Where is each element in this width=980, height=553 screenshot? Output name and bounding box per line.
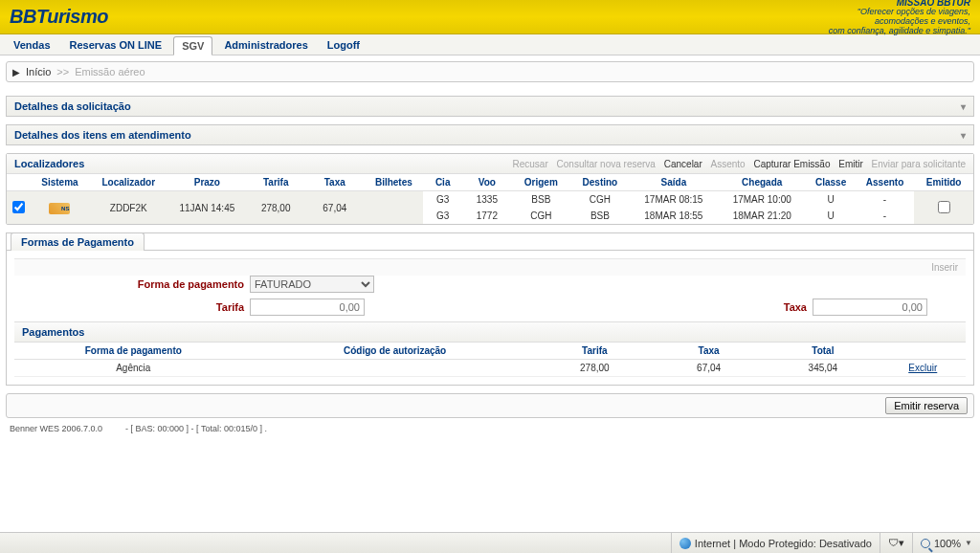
col-cia: Cia (423, 174, 462, 191)
label-forma-pagamento: Forma de pagamento (53, 278, 244, 290)
pagamento-row: Agência 278,00 67,04 345,04 Excluir (14, 360, 966, 377)
action-cancelar[interactable]: Cancelar (664, 159, 702, 169)
cell-tarifa: 278,00 (246, 191, 305, 225)
panel-detalhes-solicitacao-title: Detalhes da solicitação (14, 100, 131, 112)
col-classe: Classe (806, 174, 855, 191)
input-taxa[interactable] (813, 299, 927, 316)
app-header: BBTurismo MISSÃO BBTUR "Oferecer opções … (0, 0, 980, 34)
localizadores-table: Sistema Localizador Prazo Tarifa Taxa Bi… (7, 174, 973, 224)
logo: BBTurismo (10, 6, 108, 28)
col-check (7, 174, 31, 191)
app-footer: Benner WES 2006.7.0.0 - [ BAS: 00:000 ] … (6, 422, 974, 435)
pagamentos-table: Forma de pagamento Código de autorização… (14, 343, 966, 377)
action-consultar: Consultar nova reserva (557, 159, 656, 169)
cell-taxa: 67,04 (652, 360, 766, 377)
emitido-checkbox[interactable] (938, 201, 950, 213)
magnifier-icon (921, 539, 930, 548)
pagamentos-title: Pagamentos (14, 321, 966, 343)
cell-saida: 17MAR 08:15 (630, 191, 718, 209)
chevron-down-icon[interactable]: ▾ (961, 101, 966, 112)
logo-bb: BB (10, 6, 36, 27)
menu-logoff[interactable]: Logoff (320, 36, 368, 54)
action-assento: Assento (711, 159, 746, 169)
col-taxa: Taxa (305, 174, 365, 191)
table-header-row: Sistema Localizador Prazo Tarifa Taxa Bi… (7, 174, 973, 191)
cell-classe: U (806, 191, 855, 209)
label-tarifa: Tarifa (53, 301, 244, 313)
cell-origem: BSB (512, 191, 571, 209)
action-recusar: Recusar (513, 159, 548, 169)
mission-line3: com confiança, agilidade e simpatia." (829, 27, 970, 36)
localizadores-actions: Recusar Consultar nova reserva Cancelar … (507, 159, 966, 169)
cell-taxa: 67,04 (305, 191, 365, 225)
cell-destino: BSB (570, 208, 630, 224)
action-enviar: Enviar para solicitante (872, 159, 966, 169)
cell-chegada: 18MAR 21:20 (718, 208, 806, 224)
col-bilhetes: Bilhetes (365, 174, 424, 191)
cell-chegada: 17MAR 10:00 (718, 191, 806, 209)
select-forma-pagamento[interactable]: FATURADO (250, 276, 374, 293)
main-menu: Vendas Reservas ON LINE SGV Administrado… (0, 34, 980, 55)
breadcrumb-current: Emissão aéreo (75, 66, 145, 77)
cell-total: 345,04 (766, 360, 880, 377)
col-taxa: Taxa (652, 343, 766, 360)
cell-assento: - (856, 208, 915, 224)
cell-cia: G3 (423, 208, 462, 224)
col-tarifa: Tarifa (246, 174, 305, 191)
panel-localizadores-title: Localizadores (14, 158, 84, 169)
cell-destino: CGH (570, 191, 630, 209)
col-assento: Assento (856, 174, 915, 191)
cell-codigo (253, 360, 538, 377)
breadcrumb-arrow-icon[interactable]: ▶ (12, 67, 20, 77)
menu-reservas[interactable]: Reservas ON LINE (62, 36, 170, 54)
panel-detalhes-itens[interactable]: Detalhes dos itens em atendimento ▾ (6, 124, 974, 145)
cell-classe: U (806, 208, 855, 224)
cell-voo: 1772 (462, 208, 511, 224)
action-emitir[interactable]: Emitir (838, 159, 863, 169)
menu-administradores[interactable]: Administradores (216, 36, 315, 54)
cell-assento: - (856, 191, 915, 209)
sistema-icon: NS (49, 203, 70, 214)
col-sistema: Sistema (31, 174, 90, 191)
breadcrumb-home[interactable]: Início (26, 66, 51, 77)
col-emitido: Emitido (914, 174, 973, 191)
cell-bilhetes (365, 191, 424, 225)
action-inserir: Inserir (14, 258, 966, 276)
col-forma: Forma de pagamento (14, 343, 253, 360)
cell-saida: 18MAR 18:55 (630, 208, 718, 224)
status-protected-mode-toggle[interactable]: 🛡▾ (880, 533, 912, 553)
menu-vendas[interactable]: Vendas (6, 36, 58, 54)
shield-down-icon: 🛡▾ (888, 537, 904, 549)
breadcrumb-sep: >> (56, 66, 69, 77)
col-voo: Voo (462, 174, 511, 191)
footer-app: Benner WES 2006.7.0.0 (10, 424, 102, 433)
col-prazo: Prazo (167, 174, 246, 191)
content-area: ▶ Início >> Emissão aéreo Detalhes da so… (0, 55, 980, 441)
globe-icon (679, 538, 691, 549)
panel-detalhes-solicitacao[interactable]: Detalhes da solicitação ▾ (6, 96, 974, 117)
input-tarifa[interactable] (250, 299, 365, 316)
panel-formas-pagamento: Formas de Pagamento Inserir Forma de pag… (6, 232, 974, 386)
record-checkbox[interactable] (12, 201, 25, 213)
col-tarifa: Tarifa (538, 343, 652, 360)
col-total: Total (766, 343, 880, 360)
status-zoom[interactable]: 100% ▼ (912, 533, 980, 553)
action-capturar[interactable]: Capturar Emissão (753, 159, 830, 169)
chevron-down-icon[interactable]: ▼ (965, 539, 972, 547)
cell-forma: Agência (14, 360, 253, 377)
cell-localizador: ZDDF2K (89, 191, 167, 225)
panel-localizadores: Localizadores Recusar Consultar nova res… (6, 153, 974, 225)
tab-formas-pagamento[interactable]: Formas de Pagamento (11, 232, 145, 251)
col-destino: Destino (570, 174, 630, 191)
menu-sgv[interactable]: SGV (173, 36, 212, 55)
chevron-down-icon[interactable]: ▾ (961, 130, 966, 141)
col-chegada: Chegada (718, 174, 806, 191)
col-localizador: Localizador (89, 174, 167, 191)
col-origem: Origem (512, 174, 571, 191)
status-internet: Internet | Modo Protegido: Desativado (671, 533, 880, 553)
emitir-reserva-button[interactable]: Emitir reserva (885, 397, 968, 414)
link-excluir[interactable]: Excluir (880, 360, 966, 377)
col-saida: Saída (630, 174, 718, 191)
logo-turismo: Turismo (36, 6, 108, 27)
footer-stats: - [ BAS: 00:000 ] - [ Total: 00:015/0 ] … (125, 424, 267, 433)
